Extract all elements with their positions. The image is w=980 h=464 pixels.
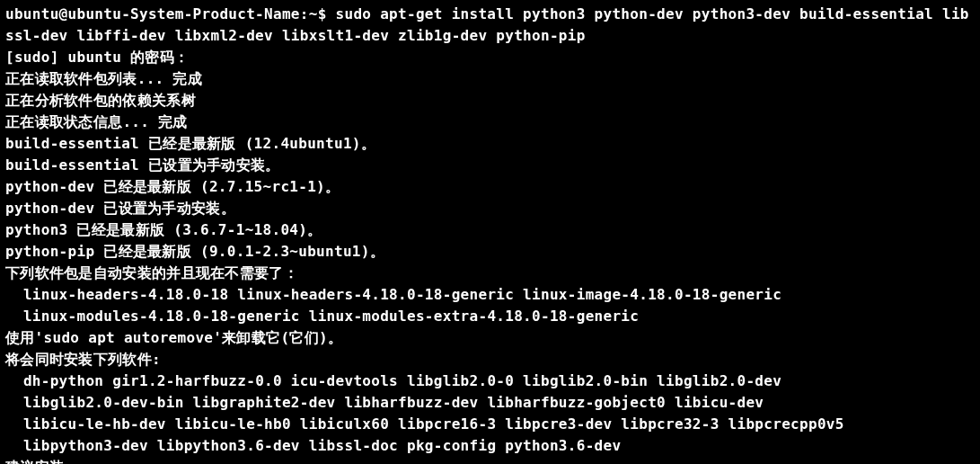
python-pip-newest: python-pip 已经是最新版 (9.0.1-2.3~ubuntu1)。 xyxy=(5,241,975,263)
autoremove-hint: 使用'sudo apt autoremove'来卸载它(它们)。 xyxy=(5,327,975,349)
package-list-row: libpython3-dev libpython3.6-dev libssl-d… xyxy=(23,437,622,454)
package-list-row: linux-modules-4.18.0-18-generic linux-mo… xyxy=(23,308,639,325)
auto-installed-pkg-1: linux-headers-4.18.0-18 linux-headers-4.… xyxy=(5,284,975,306)
reading-state-info: 正在读取状态信息... 完成 xyxy=(5,112,975,133)
python3-newest: python3 已经是最新版 (3.6.7-1~18.04)。 xyxy=(5,219,975,241)
reading-package-lists: 正在读取软件包列表... 完成 xyxy=(5,68,975,90)
will-install-header: 将会同时安装下列软件: xyxy=(5,349,975,370)
package-list-row: libglib2.0-dev-bin libgraphite2-dev libh… xyxy=(23,394,764,411)
install-pkg-3: libicu-le-hb-dev libicu-le-hb0 libiculx6… xyxy=(5,414,975,435)
python-dev-manual: python-dev 已设置为手动安装。 xyxy=(5,198,975,219)
install-pkg-4: libpython3-dev libpython3.6-dev libssl-d… xyxy=(5,435,975,457)
sudo-password-line: [sudo] ubuntu 的密码： xyxy=(5,47,975,68)
terminal-output[interactable]: ubuntu@ubuntu-System-Product-Name:~$ sud… xyxy=(0,0,980,464)
package-list-row: linux-headers-4.18.0-18 linux-headers-4.… xyxy=(23,286,781,303)
package-list-row: dh-python gir1.2-harfbuzz-0.0 icu-devtoo… xyxy=(23,372,781,389)
auto-installed-header: 下列软件包是自动安装的并且现在不需要了： xyxy=(5,263,975,284)
python-dev-newest: python-dev 已经是最新版 (2.7.15~rc1-1)。 xyxy=(5,176,975,198)
install-pkg-1: dh-python gir1.2-harfbuzz-0.0 icu-devtoo… xyxy=(5,370,975,392)
suggested-install-header: 建议安装： xyxy=(5,457,975,464)
build-essential-newest: build-essential 已经是最新版 (12.4ubuntu1)。 xyxy=(5,133,975,155)
install-pkg-2: libglib2.0-dev-bin libgraphite2-dev libh… xyxy=(5,392,975,414)
building-dependency-tree: 正在分析软件包的依赖关系树 xyxy=(5,90,975,112)
package-list-row: libicu-le-hb-dev libicu-le-hb0 libiculx6… xyxy=(23,415,844,433)
build-essential-manual: build-essential 已设置为手动安装。 xyxy=(5,155,975,176)
auto-installed-pkg-2: linux-modules-4.18.0-18-generic linux-mo… xyxy=(5,306,975,327)
prompt-line: ubuntu@ubuntu-System-Product-Name:~$ sud… xyxy=(5,4,975,47)
shell-prompt: ubuntu@ubuntu-System-Product-Name:~$ xyxy=(5,5,336,22)
